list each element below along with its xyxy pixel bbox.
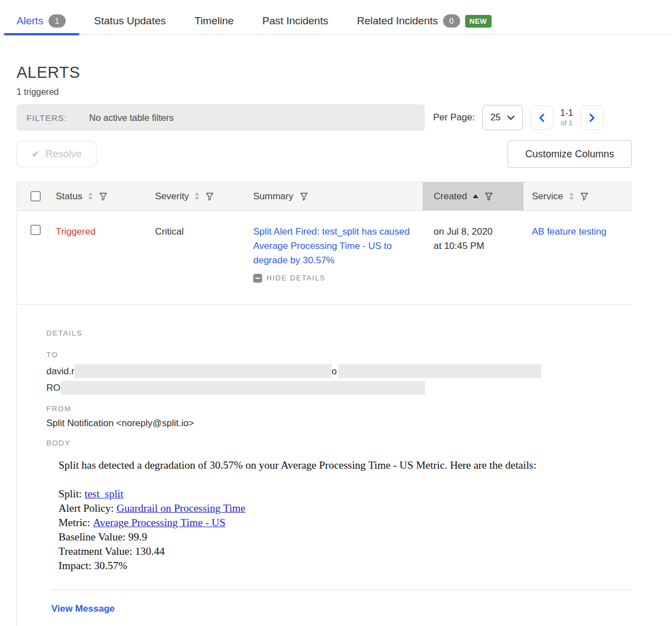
field-label: Baseline Value: xyxy=(58,531,126,543)
email-body: Split has detected a degradation of 30.5… xyxy=(46,459,632,573)
controls-row: FILTERS: No active table filters Per Pag… xyxy=(17,104,672,131)
to-recipient-text: david.r xyxy=(46,366,74,377)
to-recipient-text: RO xyxy=(46,383,61,394)
tab-past-incidents[interactable]: Past Incidents xyxy=(263,15,328,27)
alert-details-panel: DETAILS TO david.r o RO FROM Split Notif… xyxy=(17,305,632,626)
collapse-minus-icon xyxy=(253,274,262,283)
body-field-impact: Impact:30.57% xyxy=(58,559,632,573)
from-value: Split Notification <noreply@split.io> xyxy=(46,418,632,429)
per-page-value: 25 xyxy=(490,112,501,123)
view-message-link[interactable]: View Message xyxy=(51,603,115,614)
severity-value: Critical xyxy=(155,225,253,285)
sort-icon xyxy=(88,193,93,200)
table-header-row: Status Severity Summary Creat xyxy=(17,182,632,211)
header-checkbox-cell xyxy=(17,191,56,201)
email-body-intro: Split has detected a degradation of 30.5… xyxy=(58,459,632,471)
body-field-metric: Metric:Average Processing Time - US xyxy=(58,516,632,530)
redaction-block xyxy=(61,381,425,395)
alerts-count-badge: 1 xyxy=(49,14,66,28)
filter-funnel-icon[interactable] xyxy=(205,192,214,201)
created-column-label: Created xyxy=(434,191,467,202)
details-section-label: DETAILS xyxy=(46,329,632,337)
from-label: FROM xyxy=(46,405,632,413)
hide-details-toggle[interactable]: HIDE DETAILS xyxy=(253,271,412,285)
body-field-split: Split:test_split xyxy=(58,487,632,501)
customize-columns-label: Customize Columns xyxy=(525,148,614,160)
to-recipients-line1: david.r o xyxy=(46,364,632,378)
body-field-treatment: Treatment Value:130.44 xyxy=(58,544,632,559)
redaction-block xyxy=(74,364,332,378)
field-label: Impact: xyxy=(58,560,92,571)
next-page-button[interactable] xyxy=(580,105,604,130)
tab-timeline[interactable]: Timeline xyxy=(195,15,234,27)
actions-row: ✔ Resolve Customize Columns xyxy=(17,140,632,168)
per-page-label: Per Page: xyxy=(433,112,475,123)
related-incidents-count-badge: 0 xyxy=(443,14,460,28)
alert-table-row: Triggered Critical Split Alert Fired: te… xyxy=(17,211,632,305)
summary-column-label: Summary xyxy=(253,191,294,202)
chevron-right-icon xyxy=(589,114,595,122)
status-value: Triggered xyxy=(56,225,155,285)
service-cell: AB feature testing xyxy=(524,225,632,285)
page-range-value: 1-1 xyxy=(561,108,573,119)
column-header-service[interactable]: Service xyxy=(524,182,632,210)
alert-policy-link[interactable]: Guardrail on Processing Time xyxy=(116,502,245,514)
triggered-count: 1 triggered xyxy=(17,87,672,97)
tab-timeline-label: Timeline xyxy=(195,15,234,27)
prev-page-button[interactable] xyxy=(530,105,553,130)
new-feature-badge: NEW xyxy=(465,15,492,28)
summary-cell: Split Alert Fired: test_split has caused… xyxy=(253,225,423,285)
row-checkbox[interactable] xyxy=(30,225,41,235)
column-header-status[interactable]: Status xyxy=(56,182,155,210)
filter-funnel-icon[interactable] xyxy=(99,192,108,201)
to-recipient-text: o xyxy=(332,366,337,377)
tab-bar: Alerts 1 Status Updates Timeline Past In… xyxy=(0,0,672,35)
chevron-down-icon xyxy=(507,115,515,120)
field-label: Metric: xyxy=(58,517,90,528)
per-page-select[interactable]: 25 xyxy=(482,105,523,130)
tab-status-updates[interactable]: Status Updates xyxy=(94,15,166,27)
checkmark-icon: ✔ xyxy=(31,148,39,160)
treatment-value: 130.44 xyxy=(135,545,165,557)
created-time: at 10:45 PM xyxy=(434,239,524,253)
severity-column-label: Severity xyxy=(155,191,189,202)
pagination: Per Page: 25 1-1 of 1 xyxy=(433,105,604,130)
resolve-button-label: Resolve xyxy=(46,148,82,160)
body-field-alert-policy: Alert Policy:Guardrail on Processing Tim… xyxy=(58,501,632,516)
sort-icon xyxy=(195,193,199,200)
active-tab-underline xyxy=(4,33,79,35)
select-all-checkbox[interactable] xyxy=(30,191,41,201)
column-header-created[interactable]: Created xyxy=(423,182,524,210)
details-divider xyxy=(51,590,632,590)
field-label: Alert Policy: xyxy=(58,502,114,514)
tab-related-incidents[interactable]: Related Incidents 0 NEW xyxy=(357,14,492,28)
resolve-button[interactable]: ✔ Resolve xyxy=(17,141,97,167)
created-value: on Jul 8, 2020 at 10:45 PM xyxy=(423,225,524,285)
page-range-total: of 1 xyxy=(561,119,573,128)
body-label: BODY xyxy=(46,439,632,447)
alerts-table: Status Severity Summary Creat xyxy=(17,182,632,626)
tab-past-incidents-label: Past Incidents xyxy=(263,15,328,27)
created-date: on Jul 8, 2020 xyxy=(434,225,524,239)
chevron-left-icon xyxy=(539,114,545,122)
filters-bar[interactable]: FILTERS: No active table filters xyxy=(17,104,425,131)
split-link[interactable]: test_split xyxy=(84,488,123,500)
customize-columns-button[interactable]: Customize Columns xyxy=(508,140,632,168)
sort-icon xyxy=(569,193,574,200)
tab-status-updates-label: Status Updates xyxy=(94,15,166,27)
page-range: 1-1 of 1 xyxy=(561,108,573,128)
tab-alerts[interactable]: Alerts 1 xyxy=(17,14,66,28)
filter-funnel-icon[interactable] xyxy=(300,192,308,201)
status-column-label: Status xyxy=(56,191,82,202)
column-header-severity[interactable]: Severity xyxy=(155,182,253,210)
service-link[interactable]: AB feature testing xyxy=(532,226,606,237)
metric-link[interactable]: Average Processing Time - US xyxy=(93,517,225,528)
alert-summary-link[interactable]: Split Alert Fired: test_split has caused… xyxy=(253,226,409,266)
filter-funnel-icon[interactable] xyxy=(580,192,589,201)
filter-funnel-icon[interactable] xyxy=(484,192,493,201)
to-recipients-line2: RO xyxy=(46,381,632,395)
page-title: ALERTS xyxy=(17,63,672,82)
to-label: TO xyxy=(46,351,632,359)
column-header-summary[interactable]: Summary xyxy=(253,182,423,210)
row-checkbox-cell xyxy=(17,225,56,285)
